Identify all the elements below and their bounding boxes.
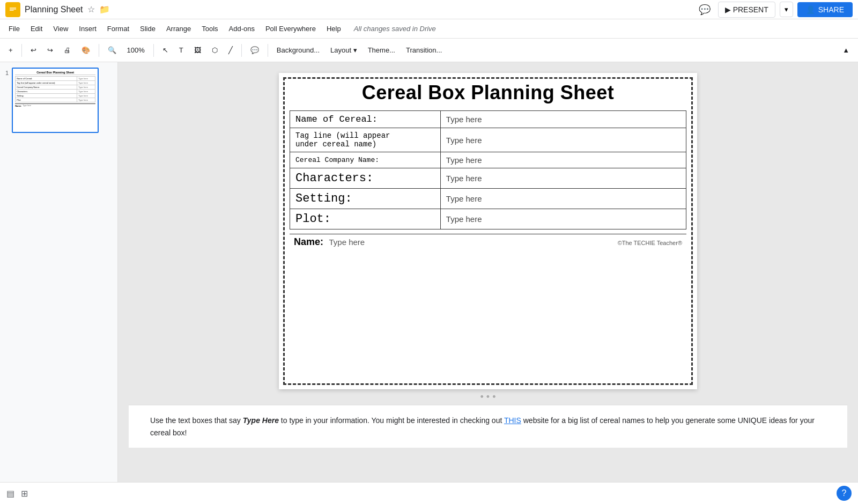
- theme-button[interactable]: Theme...: [364, 44, 400, 56]
- menu-insert[interactable]: Insert: [75, 23, 101, 35]
- name-row-left: Name: Type here: [294, 236, 365, 248]
- redo-button[interactable]: ↪: [43, 44, 57, 56]
- comment-button[interactable]: 💬: [246, 44, 263, 56]
- slide-number-1: 1: [5, 70, 9, 76]
- toolbar: + ↩ ↪ 🖨 🎨 🔍 100% ↖ T 🖼 ⬡ ╱ 💬 Background.…: [0, 39, 858, 62]
- bottom-controls-bar: ▤ ⊞ ?: [0, 482, 858, 504]
- thumb-row-6: Plot: Type here: [16, 98, 95, 102]
- zoom-button[interactable]: 🔍: [103, 44, 121, 56]
- menu-view[interactable]: View: [49, 23, 72, 35]
- menu-edit[interactable]: Edit: [26, 23, 47, 35]
- shapes-button[interactable]: ⬡: [208, 44, 222, 56]
- thumb-row-4: Characters: Type here: [16, 90, 95, 94]
- layout-button[interactable]: Layout ▾: [326, 44, 361, 56]
- text-box-button[interactable]: T: [175, 44, 188, 56]
- present-icon: ▶: [725, 5, 731, 14]
- tagline-value[interactable]: Type here: [440, 128, 686, 152]
- present-button[interactable]: ▶ PRESENT: [718, 2, 775, 18]
- menu-addons[interactable]: Add-ons: [225, 23, 259, 35]
- saved-status: All changes saved in Drive: [354, 25, 436, 33]
- share-button[interactable]: 👤 SHARE: [797, 2, 853, 17]
- table-row-tagline: Tag line (will appearunder cereal name) …: [290, 128, 686, 152]
- help-button[interactable]: ?: [837, 486, 852, 501]
- thumb-row-5: Setting: Type here: [16, 94, 95, 98]
- bottom-highlight: Type Here: [243, 416, 279, 425]
- transition-button[interactable]: Transition...: [402, 44, 446, 56]
- menu-format[interactable]: Format: [103, 23, 134, 35]
- slides-panel: 1 Cereal Box Planning Sheet Name of Cere…: [0, 62, 118, 482]
- slide-content: Cereal Box Planning Sheet Name of Cereal…: [279, 73, 697, 389]
- bottom-text-before: Use the text boxes that say: [150, 416, 243, 425]
- company-value[interactable]: Type here: [440, 152, 686, 168]
- name-label: Name:: [294, 236, 323, 247]
- title-bar: Planning Sheet ☆ 📁 💬 ▶ PRESENT ▾ 👤 SHARE: [0, 0, 858, 19]
- company-label: Cereal Company Name:: [290, 152, 441, 168]
- name-value[interactable]: Type here: [329, 238, 365, 247]
- bottom-info-bar: Use the text boxes that say Type Here to…: [129, 405, 847, 448]
- comment-icon[interactable]: 💬: [696, 1, 714, 19]
- background-button[interactable]: Background...: [272, 44, 324, 56]
- bottom-link[interactable]: THIS: [504, 416, 521, 425]
- thumb-row-2: Tag line (will appear under cereal name)…: [16, 81, 95, 85]
- thumb-row-3: Cereal Company Name: Type here: [16, 85, 95, 90]
- svg-rect-3: [10, 10, 14, 10]
- plot-value[interactable]: Type here: [440, 209, 686, 229]
- bottom-bar-text: Use the text boxes that say Type Here to…: [150, 414, 826, 439]
- thumb-name-row: Name: Type here: [15, 103, 95, 107]
- characters-value[interactable]: Type here: [440, 168, 686, 189]
- bottom-text-middle: to type in your information. You might b…: [279, 416, 504, 425]
- slide-thumbnail-1[interactable]: Cereal Box Planning Sheet Name of Cereal…: [12, 68, 99, 133]
- toolbar-separator-1: [21, 44, 22, 57]
- menu-bar: File Edit View Insert Format Slide Arran…: [0, 19, 858, 39]
- table-row-cereal-name: Name of Cereal: Type here: [290, 111, 686, 128]
- title-right-controls: 💬 ▶ PRESENT ▾ 👤 SHARE: [696, 1, 853, 19]
- menu-slide[interactable]: Slide: [136, 23, 160, 35]
- slide-1-wrapper: 1 Cereal Box Planning Sheet Name of Cere…: [5, 68, 112, 133]
- svg-rect-2: [10, 9, 16, 9]
- toolbar-separator-3: [153, 44, 154, 57]
- present-dropdown-button[interactable]: ▾: [780, 2, 793, 17]
- menu-arrange[interactable]: Arrange: [162, 23, 195, 35]
- print-button[interactable]: 🖨: [60, 44, 75, 56]
- cereal-name-value[interactable]: Type here: [440, 111, 686, 128]
- table-row-characters: Characters: Type here: [290, 168, 686, 189]
- thumb-table: Name of Cereal: Type here Tag line (will…: [15, 76, 95, 102]
- toolbar-separator-2: [99, 44, 99, 57]
- setting-label: Setting:: [290, 189, 441, 209]
- undo-button[interactable]: ↩: [26, 44, 41, 56]
- folder-icon[interactable]: 📁: [99, 4, 110, 14]
- share-icon: 👤: [806, 5, 815, 14]
- grid-view-icon[interactable]: ⊞: [21, 488, 28, 499]
- main-area: 1 Cereal Box Planning Sheet Name of Cere…: [0, 62, 858, 482]
- cursor-button[interactable]: ↖: [158, 44, 173, 56]
- table-row-company: Cereal Company Name: Type here: [290, 152, 686, 168]
- slide-view-icon[interactable]: ▤: [6, 488, 14, 499]
- tagline-label: Tag line (will appearunder cereal name): [290, 128, 441, 152]
- cereal-name-label: Name of Cereal:: [290, 111, 441, 128]
- app-icon: [5, 2, 20, 17]
- line-button[interactable]: ╱: [224, 44, 237, 56]
- slide-canvas[interactable]: Cereal Box Planning Sheet Name of Cereal…: [279, 73, 697, 389]
- menu-file[interactable]: File: [4, 23, 24, 35]
- copyright-text: ©The TECHIE Teacher®: [618, 240, 682, 246]
- zoom-level[interactable]: 100%: [123, 44, 149, 56]
- menu-tools[interactable]: Tools: [197, 23, 222, 35]
- plot-label: Plot:: [290, 209, 441, 229]
- dots-separator: • • •: [478, 389, 498, 405]
- collapse-panel-button[interactable]: ▲: [838, 44, 854, 56]
- star-icon[interactable]: ☆: [87, 4, 95, 14]
- add-button[interactable]: +: [4, 44, 17, 56]
- toolbar-separator-5: [268, 44, 268, 57]
- setting-value[interactable]: Type here: [440, 189, 686, 209]
- svg-rect-1: [10, 8, 16, 8]
- menu-help[interactable]: Help: [322, 23, 345, 35]
- name-row: Name: Type here ©The TECHIE Teacher®: [290, 234, 686, 250]
- thumb-title: Cereal Box Planning Sheet: [15, 71, 95, 75]
- document-title: Planning Sheet: [25, 5, 83, 14]
- table-row-plot: Plot: Type here: [290, 209, 686, 229]
- table-row-setting: Setting: Type here: [290, 189, 686, 209]
- menu-poll[interactable]: Poll Everywhere: [261, 23, 320, 35]
- paint-format-button[interactable]: 🎨: [77, 44, 94, 56]
- image-button[interactable]: 🖼: [190, 44, 205, 56]
- canvas-area[interactable]: Cereal Box Planning Sheet Name of Cereal…: [118, 62, 858, 482]
